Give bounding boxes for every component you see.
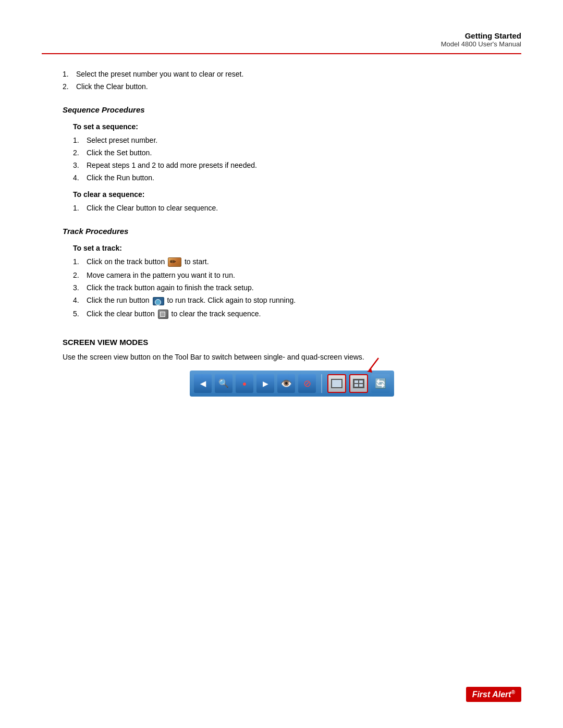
list-item: 2. Click the Clear button. bbox=[63, 82, 521, 91]
list-item: 1. Select the preset number you want to … bbox=[63, 70, 521, 78]
first-alert-brand: First Alert® bbox=[466, 687, 521, 702]
zoom-icon: 🔍 bbox=[218, 378, 229, 388]
list-item: 3. Click the track button again to finis… bbox=[73, 283, 521, 292]
clear-button-icon bbox=[158, 310, 168, 319]
screen-view-heading-text: Screen View Modes bbox=[63, 338, 148, 347]
list-number: 1. bbox=[73, 257, 83, 267]
toolbar-record-button[interactable]: ● bbox=[236, 374, 253, 393]
toolbar-separator bbox=[321, 374, 322, 393]
header-subtitle: Model 4800 User's Manual bbox=[441, 40, 521, 48]
list-number: 4. bbox=[73, 174, 83, 182]
list-text: Click the clear button to clear the trac… bbox=[87, 310, 261, 319]
header-title: Getting Started bbox=[465, 31, 521, 40]
list-text: Click on the track button to start. bbox=[87, 257, 209, 267]
left-arrow-icon: ◀ bbox=[200, 379, 206, 388]
arrow-annotation-icon bbox=[364, 357, 380, 373]
toolbar-left-arrow-button[interactable]: ◀ bbox=[194, 374, 212, 393]
list-number: 2. bbox=[73, 271, 83, 279]
list-text: Click the run button to run track. Click… bbox=[87, 296, 296, 305]
registered-mark: ® bbox=[511, 689, 515, 695]
list-text: Click the Clear button to clear sequence… bbox=[87, 204, 218, 212]
list-text: Click the Clear button. bbox=[76, 82, 148, 91]
list-text: Select the preset number you want to cle… bbox=[76, 70, 243, 78]
track-procedures-heading: Track Procedures bbox=[63, 227, 521, 236]
list-item: 2. Click the Set button. bbox=[73, 149, 521, 157]
toolbar-cycle-view-button[interactable]: 🔄 bbox=[371, 374, 390, 393]
toolbar-quad-view-button[interactable] bbox=[349, 374, 368, 393]
toolbar-play-button[interactable]: ▶ bbox=[256, 374, 274, 393]
svg-line-0 bbox=[369, 358, 378, 371]
list-number: 5. bbox=[73, 310, 83, 319]
record-icon: ● bbox=[242, 379, 247, 388]
cancel-icon: ⊘ bbox=[303, 378, 311, 389]
quad-cell bbox=[354, 384, 359, 387]
list-number: 3. bbox=[73, 283, 83, 292]
toolbar-bar: ◀ 🔍 ● ▶ bbox=[190, 371, 394, 397]
list-item: 3. Repeat steps 1 and 2 to add more pres… bbox=[73, 161, 521, 169]
screen-view-heading: Screen View Modes bbox=[63, 338, 521, 347]
page: Getting Started Model 4800 User's Manual… bbox=[0, 0, 563, 728]
cycle-icon: 🔄 bbox=[375, 378, 386, 389]
list-item: 1. Click on the track button to start. bbox=[73, 257, 521, 267]
list-text: Click the Set button. bbox=[87, 149, 152, 157]
list-item: 5. Click the clear button to clear the t… bbox=[73, 310, 521, 319]
screen-view-section: Screen View Modes Use the screen view bu… bbox=[63, 338, 521, 397]
header-rule bbox=[42, 53, 521, 54]
list-number: 2. bbox=[63, 82, 73, 91]
content-area: 1. Select the preset number you want to … bbox=[42, 70, 521, 397]
eye-icon: 👁️ bbox=[280, 378, 292, 389]
list-number: 2. bbox=[73, 149, 83, 157]
list-text: Click the track button again to finish t… bbox=[87, 283, 254, 292]
list-number: 1. bbox=[73, 136, 83, 144]
list-item: 4. Click the run button to run track. Cl… bbox=[73, 296, 521, 305]
set-track-section: To set a track: 1. Click on the track bu… bbox=[63, 244, 521, 319]
list-item: 1. Click the Clear button to clear seque… bbox=[73, 204, 521, 212]
screen-view-description: Use the screen view button on the Tool B… bbox=[63, 353, 521, 361]
toolbar-container: ◀ 🔍 ● ▶ bbox=[63, 371, 521, 397]
clear-sequence-subheading: To clear a sequence: bbox=[73, 190, 521, 199]
run-button-icon bbox=[153, 297, 164, 305]
clear-sequence-section: To clear a sequence: 1. Click the Clear … bbox=[63, 190, 521, 212]
toolbar-single-view-button[interactable] bbox=[327, 374, 346, 393]
list-number: 4. bbox=[73, 296, 83, 305]
list-item: 1. Select preset number. bbox=[73, 136, 521, 144]
first-alert-logo: First Alert® bbox=[466, 687, 521, 702]
list-text: Select preset number. bbox=[87, 136, 157, 144]
list-text: Repeat steps 1 and 2 to add more presets… bbox=[87, 161, 257, 169]
single-view-icon bbox=[331, 379, 342, 388]
list-text: Click the Run button. bbox=[87, 174, 154, 182]
list-item: 2. Move camera in the pattern you want i… bbox=[73, 271, 521, 279]
list-number: 3. bbox=[73, 161, 83, 169]
list-number: 1. bbox=[73, 204, 83, 212]
toolbar-zoom-button[interactable]: 🔍 bbox=[215, 374, 232, 393]
toolbar-wrapper: ◀ 🔍 ● ▶ bbox=[190, 371, 394, 397]
list-number: 1. bbox=[63, 70, 73, 78]
toolbar-eye-button[interactable]: 👁️ bbox=[277, 374, 295, 393]
track-button-icon bbox=[168, 257, 181, 267]
quad-cell bbox=[359, 384, 363, 387]
list-text: Move camera in the pattern you want it t… bbox=[87, 271, 235, 279]
quad-cell bbox=[354, 380, 359, 384]
page-header: Getting Started Model 4800 User's Manual bbox=[42, 31, 521, 48]
list-item: 4. Click the Run button. bbox=[73, 174, 521, 182]
first-alert-label: First Alert bbox=[472, 690, 511, 699]
set-sequence-subheading: To set a sequence: bbox=[73, 122, 521, 131]
play-icon: ▶ bbox=[263, 379, 268, 388]
quad-view-icon bbox=[353, 379, 364, 388]
set-track-subheading: To set a track: bbox=[73, 244, 521, 252]
quad-cell bbox=[359, 380, 363, 384]
toolbar-cancel-button[interactable]: ⊘ bbox=[298, 374, 316, 393]
sequence-procedures-heading: Sequence Procedures bbox=[63, 105, 521, 114]
set-sequence-section: To set a sequence: 1. Select preset numb… bbox=[63, 122, 521, 182]
